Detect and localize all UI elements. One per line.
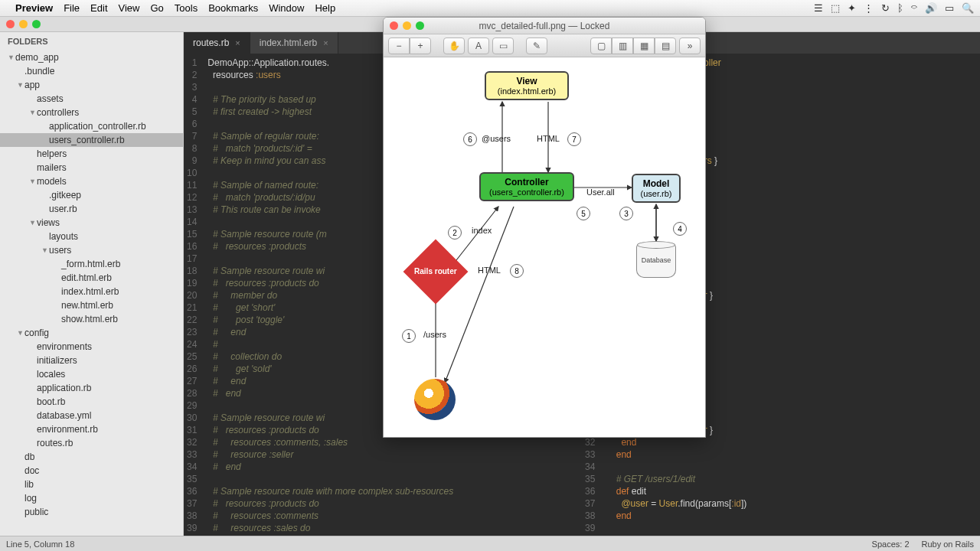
menubar-status-icons: ☰ ⬚ ✦ ⋮ ↻ ᛒ ⌔ 🔊 ▭ 🔍 <box>814 2 974 14</box>
bluetooth-icon[interactable]: ᛒ <box>897 2 903 14</box>
sidebar-item[interactable]: database.yml <box>0 409 183 422</box>
zoom-in-button[interactable]: + <box>410 37 431 54</box>
diagram-label: HTML <box>478 266 501 275</box>
more-button[interactable]: » <box>679 37 701 54</box>
sidebar-item[interactable]: assets <box>0 92 183 106</box>
diagram-canvas: View(index.html.erb) Controller(users_co… <box>384 57 705 437</box>
view-mode-button[interactable]: ▥ <box>612 37 633 54</box>
view-mode-button[interactable]: ▦ <box>633 37 655 54</box>
annotate-button[interactable]: ✎ <box>526 37 547 54</box>
diagram-step: 2 <box>448 226 462 240</box>
diagram-step: 4 <box>673 222 687 236</box>
sidebar-item[interactable]: new.html.erb <box>0 298 183 312</box>
preview-titlebar[interactable]: mvc_detailed-full.png — Locked <box>384 18 705 34</box>
close-icon[interactable]: × <box>323 38 328 47</box>
diagram-label: User.all <box>586 187 615 197</box>
sidebar-item[interactable]: users_controller.rb <box>0 133 183 147</box>
sidebar-item[interactable]: ▼views <box>0 216 183 230</box>
evernote-icon[interactable]: ☰ <box>814 2 823 14</box>
close-icon[interactable]: × <box>235 38 240 47</box>
sidebar-item[interactable]: ▼controllers <box>0 106 183 119</box>
sidebar-item[interactable]: show.html.erb <box>0 312 183 326</box>
sync-icon[interactable]: ↻ <box>881 2 890 14</box>
tab-index-erb[interactable]: index.html.erb× <box>250 32 338 54</box>
menubar-item[interactable]: View <box>119 2 140 14</box>
zoom-icon[interactable] <box>32 20 41 28</box>
folder-sidebar[interactable]: FOLDERS ▼demo_app.bundle▼appassets▼contr… <box>0 32 184 536</box>
menubar-app[interactable]: Preview <box>15 2 53 14</box>
sidebar-item[interactable]: mailers <box>0 161 183 174</box>
menubar-item[interactable]: Edit <box>90 2 107 14</box>
indent-setting[interactable]: Spaces: 2 <box>872 540 910 549</box>
zoom-out-button[interactable]: − <box>388 37 410 54</box>
battery-icon[interactable]: ▭ <box>945 2 954 14</box>
sidebar-item[interactable]: user.rb <box>0 202 183 216</box>
preview-title: mvc_detailed-full.png — Locked <box>479 21 610 31</box>
sidebar-item[interactable]: ▼config <box>0 326 183 340</box>
dropbox-icon[interactable]: ⬚ <box>831 2 840 14</box>
diagram-step: 1 <box>402 329 416 343</box>
diagram-label: HTML <box>537 134 560 143</box>
sidebar-item[interactable]: application_controller.rb <box>0 119 183 133</box>
close-icon[interactable] <box>6 20 15 28</box>
menubar-item[interactable]: Help <box>315 2 335 14</box>
minimize-icon[interactable] <box>403 21 411 30</box>
sidebar-item[interactable]: db <box>0 450 183 464</box>
menubar-item[interactable]: Bookmarks <box>208 2 258 14</box>
select-tool-button[interactable]: A <box>468 37 489 54</box>
cursor-position: Line 5, Column 18 <box>6 540 74 549</box>
sidebar-item[interactable]: doc <box>0 464 183 478</box>
sidebar-item[interactable]: ▼demo_app <box>0 51 183 64</box>
diagram-step: 7 <box>567 132 581 146</box>
browser-icon <box>414 379 456 420</box>
sidebar-item[interactable]: lib <box>0 478 183 491</box>
sidebar-item[interactable]: helpers <box>0 147 183 161</box>
diagram-step: 6 <box>463 132 477 146</box>
minimize-icon[interactable] <box>19 20 28 28</box>
view-mode-button[interactable]: ▢ <box>590 37 612 54</box>
preview-window: mvc_detailed-full.png — Locked −+ ✋ A ▭ … <box>383 17 706 438</box>
close-icon[interactable] <box>390 21 398 30</box>
preview-toolbar: −+ ✋ A ▭ ✎ ▢▥▦▤ » <box>384 34 705 57</box>
view-mode-button[interactable]: ▤ <box>655 37 676 54</box>
diagram-controller-box: Controller(users_controller.rb) <box>479 172 574 201</box>
diagram-step: 5 <box>577 207 590 220</box>
sidebar-item[interactable]: environment.rb <box>0 422 183 436</box>
menubar-item[interactable]: Tools <box>175 2 198 14</box>
diagram-model-box: Model(user.rb) <box>632 174 681 203</box>
sidebar-item[interactable]: .gitkeep <box>0 188 183 202</box>
sidebar-item[interactable]: index.html.erb <box>0 285 183 298</box>
sidebar-item[interactable]: initializers <box>0 354 183 367</box>
diagram-database: Database <box>636 243 676 278</box>
diagram-step: 3 <box>619 207 633 220</box>
menubar-item[interactable]: Window <box>269 2 304 14</box>
sidebar-item[interactable]: public <box>0 505 183 519</box>
sidebar-item[interactable]: _form.html.erb <box>0 257 183 271</box>
spotlight-icon[interactable]: 🔍 <box>962 2 974 14</box>
sidebar-item[interactable]: ▼users <box>0 243 183 257</box>
hand-tool-button[interactable]: ✋ <box>443 37 465 54</box>
sidebar-item[interactable]: locales <box>0 367 183 381</box>
volume-icon[interactable]: 🔊 <box>925 2 937 14</box>
rect-select-button[interactable]: ▭ <box>492 37 514 54</box>
syntax-setting[interactable]: Ruby on Rails <box>922 540 974 549</box>
sidebar-item[interactable]: environments <box>0 340 183 354</box>
wifi-icon[interactable]: ⌔ <box>911 2 917 14</box>
sidebar-item[interactable]: boot.rb <box>0 395 183 409</box>
sidebar-item[interactable]: ▼models <box>0 174 183 188</box>
paw-icon[interactable]: ⋮ <box>864 2 874 14</box>
menubar-item[interactable]: Go <box>150 2 163 14</box>
extension-icon[interactable]: ✦ <box>848 2 856 14</box>
zoom-icon[interactable] <box>416 21 424 30</box>
status-bar: Line 5, Column 18 Spaces: 2 Ruby on Rail… <box>0 536 980 551</box>
sidebar-item[interactable]: log <box>0 491 183 505</box>
sidebar-item[interactable]: ▼app <box>0 78 183 92</box>
sidebar-item[interactable]: routes.rb <box>0 436 183 450</box>
sidebar-item[interactable]: layouts <box>0 230 183 243</box>
sidebar-item[interactable]: edit.html.erb <box>0 271 183 285</box>
sidebar-item[interactable]: .bundle <box>0 64 183 78</box>
diagram-label: index <box>472 226 492 235</box>
tab-routes[interactable]: routes.rb× <box>184 32 250 54</box>
menubar-item[interactable]: File <box>64 2 80 14</box>
sidebar-item[interactable]: application.rb <box>0 381 183 395</box>
